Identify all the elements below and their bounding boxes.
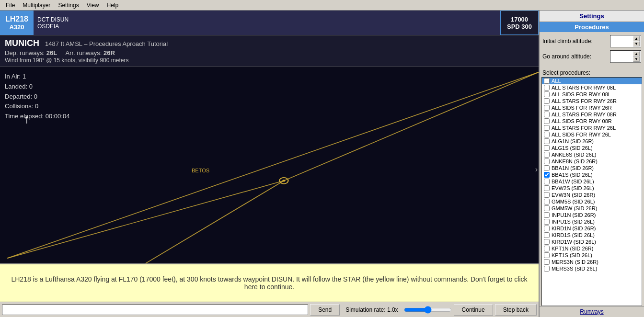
procedure-item[interactable]: ANKE8N (SID 26R) <box>542 158 642 165</box>
procedure-checkbox[interactable] <box>544 85 550 91</box>
procedure-item[interactable]: ALL STARS FOR RWY 26L <box>542 125 642 131</box>
procedure-checkbox[interactable] <box>544 232 550 238</box>
procedure-checkbox[interactable] <box>544 212 550 218</box>
procedure-checkbox[interactable] <box>544 226 550 231</box>
procedure-item[interactable]: GMM5S (SID 26L) <box>542 198 642 205</box>
procedure-item[interactable]: KIRD1S (SID 26L) <box>542 232 642 238</box>
procedure-checkbox[interactable] <box>544 192 550 198</box>
procedure-checkbox[interactable] <box>544 118 550 124</box>
bottom-message[interactable]: LH218 is a Lufthansa A320 flying at FL17… <box>0 263 539 302</box>
procedure-checkbox[interactable] <box>544 172 550 178</box>
go-around-row: Go around altitude: 4000 ▲ ▼ <box>542 50 641 63</box>
dep-runways-label: Dep. runways: <box>5 49 45 57</box>
map-title: MUNICH <box>5 38 39 48</box>
procedure-checkbox[interactable] <box>544 165 550 171</box>
menu-multiplayer[interactable]: Multiplayer <box>19 1 54 10</box>
procedure-checkbox[interactable] <box>544 252 550 258</box>
procedure-checkbox[interactable] <box>544 259 550 265</box>
procedure-label: ALL SIDS FOR RWY 26L <box>552 132 611 137</box>
procedure-item[interactable]: ALL SIDS FOR RWY 26L <box>542 131 642 138</box>
initial-climb-down[interactable]: ▼ <box>633 41 640 46</box>
procedure-item[interactable]: KIRD1N (SID 26R) <box>542 225 642 232</box>
procedure-checkbox[interactable] <box>544 185 550 191</box>
go-around-down[interactable]: ▼ <box>633 57 640 62</box>
procedure-item[interactable]: ALL STARS FOR RWY 08L <box>542 84 642 91</box>
procedure-item[interactable]: KIRD1W (SID 26L) <box>542 238 642 245</box>
message-text: LH218 is a Lufthansa A320 flying at FL17… <box>5 275 534 291</box>
procedure-item[interactable]: KPT1N (SID 26R) <box>542 245 642 252</box>
procedure-checkbox[interactable] <box>544 239 550 245</box>
go-around-up[interactable]: ▲ <box>633 51 640 57</box>
procedure-checkbox[interactable] <box>544 246 550 251</box>
procedure-checkbox[interactable] <box>544 78 550 84</box>
procedure-label: ALL SIDS FOR RWY 26R <box>552 105 612 111</box>
procedure-item[interactable]: ALG1N (SID 26R) <box>542 138 642 145</box>
initial-climb-input[interactable]: 20000 ▲ ▼ <box>610 35 641 47</box>
procedure-item[interactable]: MERS3N (SID 26R) <box>542 259 642 265</box>
menu-file[interactable]: File <box>2 1 19 10</box>
procedure-item[interactable]: ALG1S (SID 26L) <box>542 145 642 151</box>
procedure-item[interactable]: ALL SIDS FOR RWY 08R <box>542 118 642 125</box>
procedure-item[interactable]: KPT1S (SID 26L) <box>542 252 642 259</box>
procedure-item[interactable]: ALL SIDS FOR RWY 08L <box>542 91 642 98</box>
svg-line-3 <box>284 72 539 181</box>
procedure-item[interactable]: ALL <box>542 78 642 84</box>
procedure-checkbox[interactable] <box>544 138 550 144</box>
procedure-checkbox[interactable] <box>544 158 550 164</box>
menu-help[interactable]: Help <box>103 1 123 10</box>
procedure-item[interactable]: BBA1S (SID 26L) <box>542 171 642 178</box>
procedure-label: INPU1N (SID 26R) <box>552 212 596 218</box>
procedure-checkbox[interactable] <box>544 145 550 151</box>
command-input[interactable] <box>2 305 308 315</box>
procedure-label: MERS3N (SID 26R) <box>552 259 598 265</box>
procedure-checkbox[interactable] <box>544 112 550 117</box>
procedure-item[interactable]: ANKE6S (SID 26L) <box>542 151 642 158</box>
procedure-checkbox[interactable] <box>544 205 550 211</box>
procedure-checkbox[interactable] <box>544 125 550 131</box>
procedure-item[interactable]: MERS3S (SID 26L) <box>542 265 642 272</box>
procedure-item[interactable]: GMM5W (SID 26R) <box>542 205 642 212</box>
svg-line-0 <box>7 72 539 258</box>
step-back-button[interactable]: Step back <box>495 304 537 316</box>
procedure-label: EVW3N (SID 26R) <box>552 192 595 198</box>
continue-button[interactable]: Continue <box>454 304 493 316</box>
procedure-label: BBA1N (SID 26R) <box>552 165 594 171</box>
procedure-item[interactable]: BBA1N (SID 26R) <box>542 165 642 171</box>
procedure-checkbox[interactable] <box>544 152 550 158</box>
procedure-item[interactable]: BBA1W (SID 26L) <box>542 178 642 185</box>
arr-runways-label: Arr. runways: <box>65 49 102 57</box>
procedure-label: KPT1S (SID 26L) <box>552 252 592 258</box>
send-button[interactable]: Send <box>310 304 340 316</box>
procedures-list[interactable]: ALLALL STARS FOR RWY 08LALL SIDS FOR RWY… <box>541 77 642 306</box>
map-area[interactable]: In Air: 1 Landed: 0 Departed: 0 Collisio… <box>0 67 539 263</box>
procedure-label: ALL SIDS FOR RWY 08R <box>552 118 612 124</box>
procedure-checkbox[interactable] <box>544 98 550 104</box>
procedure-checkbox[interactable] <box>544 219 550 225</box>
go-around-value[interactable]: 4000 <box>611 53 633 60</box>
sim-rate-slider[interactable] <box>404 306 452 314</box>
procedure-checkbox[interactable] <box>544 199 550 204</box>
go-around-input[interactable]: 4000 ▲ ▼ <box>610 50 641 63</box>
procedure-item[interactable]: EVW3N (SID 26R) <box>542 192 642 198</box>
procedure-checkbox[interactable] <box>544 105 550 111</box>
procedure-checkbox[interactable] <box>544 266 550 272</box>
runways-link[interactable]: Runways <box>540 306 644 317</box>
dep-runways-value: 26L <box>46 49 57 57</box>
procedure-checkbox[interactable] <box>544 132 550 137</box>
procedure-item[interactable]: INPU1N (SID 26R) <box>542 212 642 218</box>
procedure-label: GMM5S (SID 26L) <box>552 199 595 204</box>
procedure-item[interactable]: INPU1S (SID 26L) <box>542 218 642 225</box>
procedure-item[interactable]: ALL SIDS FOR RWY 26R <box>542 104 642 111</box>
procedure-item[interactable]: ALL STARS FOR RWY 08R <box>542 111 642 118</box>
procedure-checkbox[interactable] <box>544 91 550 97</box>
procedure-label: BBA1W (SID 26L) <box>552 179 594 184</box>
procedure-checkbox[interactable] <box>544 179 550 184</box>
initial-climb-value[interactable]: 20000 <box>611 38 633 45</box>
menu-view[interactable]: View <box>83 1 103 10</box>
flight-speed: SPD 300 <box>507 23 532 30</box>
initial-climb-up[interactable]: ▲ <box>633 36 640 41</box>
procedure-item[interactable]: EVW2S (SID 26L) <box>542 185 642 192</box>
menu-settings[interactable]: Settings <box>54 1 82 10</box>
procedure-item[interactable]: ALL STARS FOR RWY 26R <box>542 98 642 104</box>
procedures-tab[interactable]: Procedures <box>540 22 644 32</box>
